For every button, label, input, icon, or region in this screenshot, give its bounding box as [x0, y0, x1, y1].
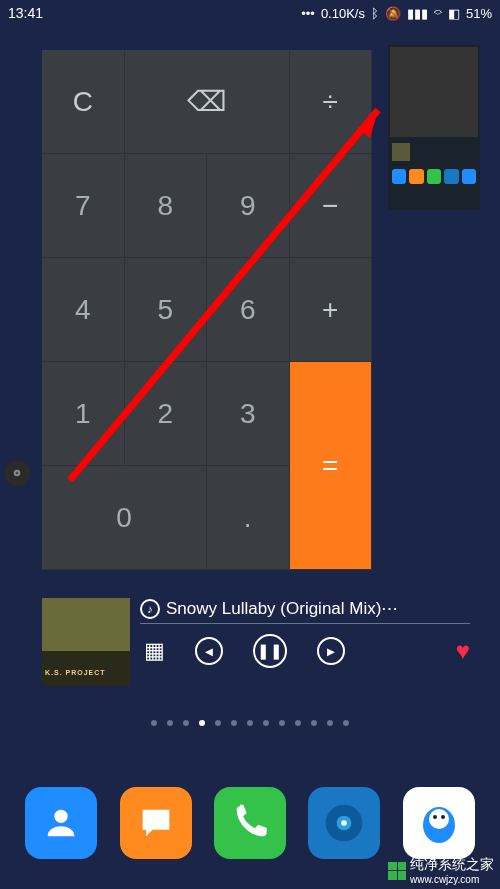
svg-point-11 [441, 815, 445, 819]
music-player-widget[interactable]: K.S. PROJECT ♪ Snowy Lullaby (Original M… [42, 598, 470, 690]
favorite-button[interactable]: ♥ [456, 637, 470, 665]
svg-point-4 [55, 810, 68, 823]
calculator-widget[interactable]: C ⌫ ÷ 7 8 9 − 4 5 6 + 1 2 3 = 0 . [42, 50, 372, 570]
page-dot[interactable] [343, 720, 349, 726]
camera-shortcut-icon[interactable] [4, 460, 30, 486]
page-dot[interactable] [151, 720, 157, 726]
wifi-icon: ⌔ [434, 6, 442, 21]
page-dot[interactable] [167, 720, 173, 726]
minimap-music [390, 141, 478, 163]
watermark-title: 纯净系统之家 [410, 856, 494, 874]
play-pause-button[interactable]: ❚❚ [253, 634, 287, 668]
svg-point-10 [433, 815, 437, 819]
page-dot[interactable] [247, 720, 253, 726]
status-time: 13:41 [8, 5, 43, 21]
album-art[interactable]: K.S. PROJECT [42, 598, 130, 686]
battery-icon: ◧ [448, 6, 460, 21]
calc-9-button[interactable]: 9 [207, 154, 290, 258]
screen-minimap[interactable] [388, 45, 480, 210]
page-dot[interactable] [279, 720, 285, 726]
calc-dot-button[interactable]: . [207, 466, 290, 570]
calc-5-button[interactable]: 5 [125, 258, 208, 362]
page-dot[interactable] [215, 720, 221, 726]
watermark: 纯净系统之家 www.cwjzy.com [388, 856, 494, 885]
dock-phone-app[interactable] [214, 787, 286, 859]
watermark-logo-icon [388, 862, 406, 880]
calc-8-button[interactable]: 8 [125, 154, 208, 258]
page-indicator[interactable] [0, 720, 500, 726]
netease-music-icon: ♪ [140, 599, 160, 619]
page-dot[interactable] [183, 720, 189, 726]
calc-plus-button[interactable]: + [290, 258, 373, 362]
calc-minus-button[interactable]: − [290, 154, 373, 258]
watermark-url: www.cwjzy.com [410, 874, 494, 885]
calc-equals-button[interactable]: = [290, 362, 373, 570]
next-track-button[interactable]: ► [317, 637, 345, 665]
status-net-speed: 0.10K/s [321, 6, 365, 21]
calc-2-button[interactable]: 2 [125, 362, 208, 466]
status-bar: 13:41 ••• 0.10K/s ᛒ 🔕 ▮▮▮ ⌔ ◧ 51% [0, 0, 500, 26]
svg-point-3 [16, 472, 19, 475]
signal-icon: ▮▮▮ [407, 6, 428, 21]
album-art-text: K.S. PROJECT [45, 669, 106, 676]
status-more-icon: ••• [301, 6, 315, 21]
calc-divide-button[interactable]: ÷ [290, 50, 373, 154]
previous-track-button[interactable]: ◄ [195, 637, 223, 665]
dock-qq-app[interactable] [403, 787, 475, 859]
svg-point-9 [429, 809, 449, 829]
calc-4-button[interactable]: 4 [42, 258, 125, 362]
calc-6-button[interactable]: 6 [207, 258, 290, 362]
minimap-calculator [390, 47, 478, 137]
dock-contacts-app[interactable] [25, 787, 97, 859]
dock-messages-app[interactable] [120, 787, 192, 859]
page-dot[interactable] [327, 720, 333, 726]
page-dot[interactable] [263, 720, 269, 726]
calc-backspace-button[interactable]: ⌫ [125, 50, 290, 154]
page-dot[interactable] [295, 720, 301, 726]
page-dot[interactable] [231, 720, 237, 726]
song-title: Snowy Lullaby (Original Mix)⋯ [166, 598, 398, 619]
silent-icon: 🔕 [385, 6, 401, 21]
dock [0, 787, 500, 859]
battery-text: 51% [466, 6, 492, 21]
minimap-dock [390, 167, 478, 197]
calc-3-button[interactable]: 3 [207, 362, 290, 466]
calc-1-button[interactable]: 1 [42, 362, 125, 466]
calc-clear-button[interactable]: C [42, 50, 125, 154]
dock-browser-app[interactable] [308, 787, 380, 859]
bluetooth-icon: ᛒ [371, 6, 379, 21]
page-dot[interactable] [199, 720, 205, 726]
calc-0-button[interactable]: 0 [42, 466, 207, 570]
calc-7-button[interactable]: 7 [42, 154, 125, 258]
playlist-icon[interactable]: ▦ [144, 638, 165, 664]
page-dot[interactable] [311, 720, 317, 726]
svg-point-7 [342, 820, 348, 826]
